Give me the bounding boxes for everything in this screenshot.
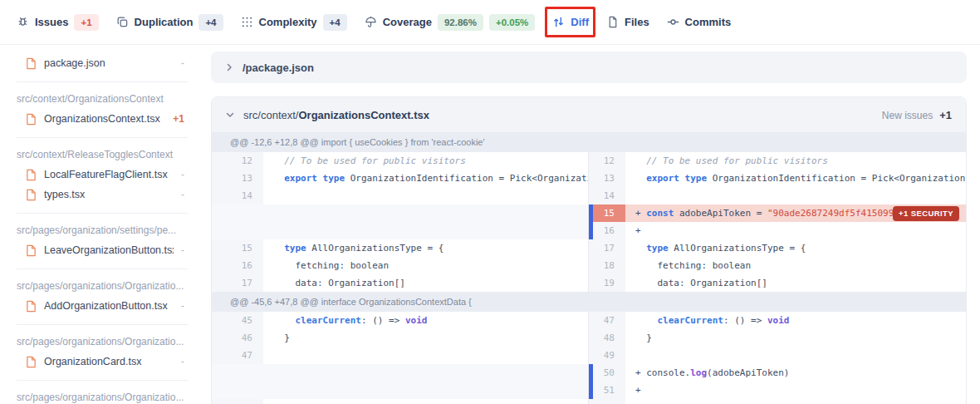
diff-right-side: 49 (589, 347, 966, 364)
file-group: src/pages/organizations/Organizatio...Or… (17, 381, 188, 404)
diff-main: /package.json src/context/OrganizationsC… (201, 45, 980, 404)
tab-complexity[interactable]: Complexity+4 (241, 14, 347, 31)
chevron-down-icon (226, 111, 234, 119)
line-number: 17 (589, 239, 625, 257)
code-line: fetching: boolean (625, 257, 966, 274)
code-line: type AllOrganizationsType = { (625, 239, 966, 257)
file-name: OrganizationsContext.tsx (44, 113, 165, 125)
line-number: 13 (589, 170, 625, 187)
content-area: package.json-src/context/OrganizationsCo… (0, 45, 980, 404)
file-group-header: src/context/OrganizationsContext (17, 84, 188, 109)
line-number: 47 (589, 312, 625, 329)
change-marker: - (181, 356, 188, 367)
dots-grid-icon (241, 16, 253, 28)
file-tree-item[interactable]: OrganizationCard.tsx- (17, 352, 188, 372)
change-marker: +1 (173, 113, 188, 125)
tab-commits[interactable]: Commits (667, 16, 732, 28)
code-line: + (625, 382, 966, 399)
diff-row: 15+ const adobeApiToken = "90ade2687249d… (212, 204, 966, 222)
code-line: } (263, 329, 588, 347)
diff-left-side: 12 // To be used for public visitors (212, 152, 589, 170)
tab-duplication[interactable]: Duplication+4 (116, 14, 223, 31)
line-number: 12 (589, 152, 625, 170)
file-tree-item[interactable]: OrganizationsContext.tsx+1 (17, 109, 188, 129)
diff-right-side: 48 } (589, 329, 966, 347)
diff-right-side: 13 export type OrganizationIdentificatio… (589, 170, 966, 187)
code-line: // To be used for public visitors (263, 152, 588, 170)
file-group: package.json- (17, 52, 188, 82)
line-number: 48 (212, 399, 263, 404)
diff-right-side: 19 data: Organization[] (589, 274, 966, 292)
diff-left-side: 45 clearCurrent: () => void (212, 312, 589, 329)
umbrella-icon (365, 16, 377, 28)
line-number: 51 (589, 382, 625, 399)
file-name: AddOrganizationButton.tsx (44, 300, 174, 312)
line-number: 52 (589, 399, 625, 404)
diff-row: 12 // To be used for public visitors12 /… (212, 152, 966, 170)
tab-label: Duplication (135, 16, 194, 28)
line-number: 19 (589, 274, 625, 292)
coverage-badge: +0.05% (489, 14, 535, 31)
file-tree-item[interactable]: package.json- (17, 53, 188, 73)
diff-left-side: 16 fetching: boolean (212, 257, 589, 274)
tab-issues[interactable]: Issues+1 (17, 14, 99, 31)
file-name: package.json (44, 57, 174, 69)
change-marker: - (181, 169, 188, 180)
code-line: + console.log(adobeApiToken) (625, 364, 966, 382)
line-number: 16 (589, 222, 625, 239)
line-number: 16 (212, 257, 263, 274)
tab-label: Complexity (259, 16, 317, 28)
diff-body: @@ -12,6 +12,8 @@ import { useCookies } … (212, 132, 966, 404)
diff-right-side: 15+ const adobeApiToken = "90ade2687249d… (589, 204, 966, 222)
collapsed-file-path: /package.json (243, 62, 314, 74)
change-marker: - (181, 57, 188, 69)
diff-row: 45 clearCurrent: () => void47 clearCurre… (212, 312, 966, 329)
collapsed-file-bar[interactable]: /package.json (211, 52, 967, 83)
file-name: types.tsx (44, 189, 174, 200)
tab-coverage[interactable]: Coverage92.86%+0.05% (365, 14, 536, 31)
tab-files[interactable]: Files (606, 16, 649, 28)
top-tab-bar: Issues+1Duplication+4Complexity+4Coverag… (0, 0, 980, 45)
complexity-badge: +4 (323, 14, 347, 31)
file-group-header: src/pages/organizations/Organizatio... (17, 327, 188, 352)
code-line: clearCurrent: () => void (263, 312, 588, 329)
line-number: 49 (589, 347, 625, 364)
diff-left-side (212, 364, 589, 382)
file-diff-card-header[interactable]: src/context/OrganizationsContext.tsx New… (212, 97, 966, 132)
line-number: 14 (212, 187, 263, 204)
diff-left-side: 14 (212, 187, 589, 204)
diff-right-side: 47 clearCurrent: () => void (589, 312, 966, 329)
code-line: data: Organization[] (263, 274, 588, 292)
code-line: + const adobeApiToken = "90ade2687249df5… (625, 204, 966, 222)
code-line (625, 347, 966, 364)
file-tree-item[interactable]: types.tsx- (17, 185, 188, 204)
file-group: src/context/ReleaseTogglesContextLocalFe… (17, 138, 188, 214)
issues-badge: +1 (74, 14, 98, 31)
security-issue-badge[interactable]: +1 SECURITY (893, 206, 959, 221)
file-group-header: src/pages/organizations/Organizatio... (17, 271, 188, 296)
diff-right-side: 50+ console.log(adobeApiToken) (589, 364, 966, 382)
code-line (625, 187, 966, 204)
file-diff-card: src/context/OrganizationsContext.tsx New… (211, 96, 967, 404)
diff-right-side: 52 const OrganizationsContext = React.cr… (589, 399, 966, 404)
line-number (212, 364, 263, 382)
file-group-header: src/pages/organization/settings/pe... (17, 215, 188, 240)
diff-right-side: 51+ (589, 382, 966, 399)
tab-label: Files (625, 16, 649, 28)
change-marker: - (181, 189, 188, 200)
diff-right-side: 18 fetching: boolean (589, 257, 966, 274)
diff-row: 13 export type OrganizationIdentificatio… (212, 170, 966, 187)
tab-diff[interactable]: Diff (552, 16, 589, 28)
diff-left-side: 47 (212, 347, 589, 364)
file-tree-item[interactable]: LeaveOrganizationButton.tsx- (17, 240, 188, 260)
file-name: LeaveOrganizationButton.tsx (44, 244, 174, 256)
line-number: 15 (212, 239, 263, 257)
diff-row: 16+ (212, 222, 966, 239)
diff-row: 1414 (212, 187, 966, 204)
file-tree-item[interactable]: LocalFeatureFlagClient.tsx- (17, 165, 188, 185)
file-group: src/pages/organization/settings/pe...Lea… (17, 214, 188, 269)
diff-left-side (212, 204, 589, 222)
line-number: 12 (212, 152, 263, 170)
file-modified-icon (26, 57, 37, 70)
file-tree-item[interactable]: AddOrganizationButton.tsx- (17, 296, 188, 316)
